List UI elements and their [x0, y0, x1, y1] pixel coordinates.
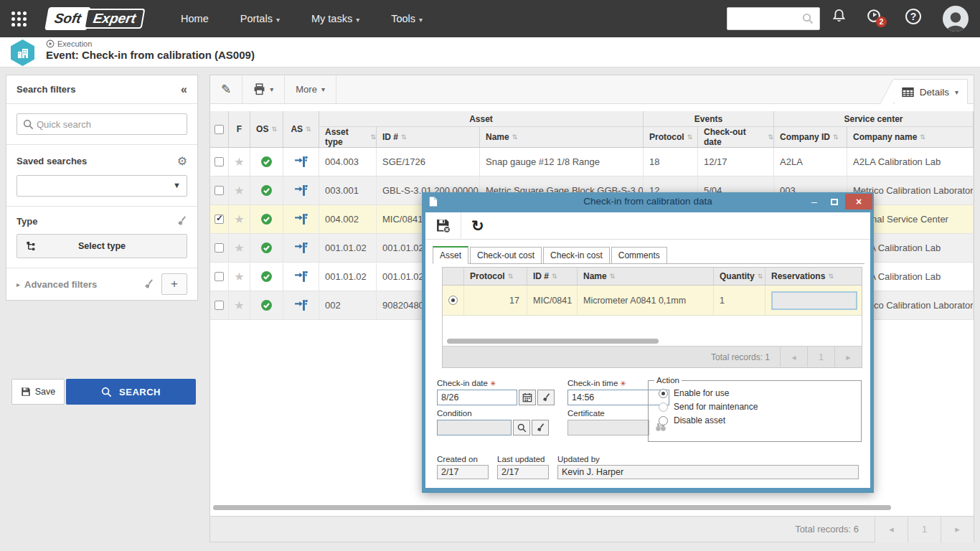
checkin-date-input[interactable]	[437, 390, 517, 405]
add-filter-button[interactable]: +	[161, 273, 187, 295]
row-checkbox[interactable]	[215, 157, 224, 166]
lookup-button[interactable]	[513, 420, 530, 435]
cell-company-id: A2LA	[774, 148, 847, 176]
tab-checkout-cost[interactable]: Check-out cost	[470, 247, 542, 264]
condition-input[interactable]	[437, 420, 512, 435]
row-checkbox-checked[interactable]	[215, 215, 224, 224]
maximize-button[interactable]	[825, 194, 844, 209]
column-header-checkout-date[interactable]: Check-out date⇅	[698, 127, 774, 147]
column-header-id[interactable]: ID #⇅	[527, 268, 578, 285]
current-page-button[interactable]: 1	[908, 517, 941, 542]
more-button[interactable]: More▾	[285, 75, 336, 104]
row-checkbox[interactable]	[215, 272, 224, 281]
nav-tools[interactable]: Tools▾	[381, 6, 433, 32]
column-header-protocol[interactable]: Protocol⇅	[464, 268, 527, 285]
radio-send-for-maintenance[interactable]: Send for maintenance	[659, 402, 861, 412]
sort-icon: ⇅	[508, 273, 514, 280]
minimize-button[interactable]: –	[805, 194, 824, 209]
row-checkbox[interactable]	[215, 186, 224, 195]
dialog-titlebar[interactable]: Check-in from calibration data – ×	[422, 192, 874, 212]
user-avatar[interactable]	[943, 6, 969, 32]
print-button[interactable]: ▾	[242, 75, 285, 104]
clear-condition-button[interactable]	[532, 420, 549, 435]
radio-icon[interactable]	[659, 402, 668, 412]
updated-by-label: Updated by	[557, 455, 600, 463]
close-button[interactable]: ×	[845, 194, 872, 209]
favorite-star-icon[interactable]: ★	[234, 155, 244, 169]
nav-portals[interactable]: Portals▾	[230, 6, 290, 32]
global-search-input[interactable]	[727, 9, 802, 29]
search-icon	[802, 13, 814, 24]
favorite-star-icon[interactable]: ★	[234, 241, 244, 255]
calendar-picker-button[interactable]	[519, 390, 536, 405]
table-grid-icon	[902, 86, 914, 98]
next-page-button[interactable]: ▸	[834, 347, 862, 368]
pending-tasks-clock-icon[interactable]: 2	[867, 9, 881, 23]
edit-button[interactable]: ✎	[210, 75, 242, 104]
favorite-star-icon[interactable]: ★	[234, 270, 244, 283]
save-and-close-button[interactable]	[425, 212, 461, 240]
row-checkbox[interactable]	[215, 301, 224, 310]
favorite-star-icon[interactable]: ★	[234, 184, 244, 197]
softexpert-logo[interactable]: Soft Expert	[47, 7, 143, 30]
column-header-f[interactable]: F	[229, 111, 250, 147]
refresh-button[interactable]: ↻	[461, 212, 494, 240]
saved-searches-select[interactable]: ▼	[17, 175, 187, 197]
grid-horizontal-scrollbar[interactable]	[447, 339, 659, 344]
caret-down-icon: ▾	[955, 88, 958, 96]
cell-quantity: 1	[714, 286, 765, 315]
help-icon[interactable]: ?	[905, 9, 921, 24]
next-page-button[interactable]: ▸	[941, 517, 974, 542]
page-header: Execution Event: Check-in from calibrati…	[0, 37, 980, 67]
sort-icon: ⇅	[306, 126, 311, 133]
column-header-asset-type[interactable]: Asset type⇅	[319, 127, 377, 147]
notifications-bell-icon[interactable]	[832, 9, 846, 22]
select-all-checkbox[interactable]	[215, 125, 224, 134]
horizontal-scrollbar[interactable]	[213, 505, 891, 510]
clear-filter-icon[interactable]	[143, 279, 154, 290]
action-fieldset: Action Enable for use Send for maintenan…	[648, 376, 862, 442]
checkin-event-icon	[294, 242, 308, 254]
tab-asset[interactable]: Asset	[433, 246, 468, 264]
save-search-button[interactable]: Save	[11, 379, 65, 405]
certificate-input[interactable]	[567, 420, 649, 435]
column-header-as[interactable]: AS⇅	[283, 111, 319, 147]
column-header-company-id[interactable]: Company ID⇅	[774, 127, 847, 147]
clear-date-button[interactable]	[537, 390, 555, 405]
prev-page-button[interactable]: ◂	[875, 517, 908, 542]
current-page-button[interactable]: 1	[807, 347, 834, 368]
column-header-quantity[interactable]: Quantity⇅	[714, 268, 765, 285]
tab-comments[interactable]: Comments	[611, 247, 667, 264]
app-grid-icon[interactable]	[11, 11, 27, 27]
prev-page-button[interactable]: ◂	[780, 347, 807, 368]
row-checkbox[interactable]	[215, 243, 224, 253]
radio-enable-for-use[interactable]: Enable for use	[659, 388, 861, 398]
column-header-id[interactable]: ID #⇅	[377, 127, 480, 147]
quick-search-input[interactable]	[34, 119, 187, 130]
favorite-star-icon[interactable]: ★	[234, 298, 244, 312]
column-header-name[interactable]: Name⇅	[578, 268, 714, 285]
collapse-panel-icon[interactable]: «	[181, 83, 187, 96]
radio-icon[interactable]	[659, 389, 668, 398]
reservations-input[interactable]	[771, 291, 857, 310]
select-type-button[interactable]: Select type	[17, 234, 187, 258]
column-header-reservations[interactable]: Reservations⇅	[765, 268, 862, 285]
details-view-tab[interactable]: Details ▾	[894, 79, 968, 104]
clear-filter-icon[interactable]	[176, 216, 187, 227]
table-row[interactable]: ★ 004.003 SGE/1726 Snap gauge #12 1/8 Ra…	[210, 148, 974, 176]
column-header-protocol[interactable]: Protocol⇅	[644, 127, 698, 147]
tab-checkin-cost[interactable]: Check-in cost	[543, 247, 610, 264]
favorite-star-icon[interactable]: ★	[234, 212, 244, 226]
advanced-filters-toggle[interactable]: ▸ Advanced filters +	[6, 268, 197, 300]
column-header-os[interactable]: OS⇅	[250, 111, 283, 147]
nav-home[interactable]: Home	[171, 6, 219, 32]
radio-disable-asset[interactable]: Disable asset	[659, 415, 861, 425]
column-header-company-name[interactable]: Company name⇅	[847, 127, 974, 147]
column-header-name[interactable]: Name⇅	[480, 127, 644, 147]
row-radio-selected[interactable]	[448, 296, 458, 305]
gear-icon[interactable]: ⚙	[177, 154, 187, 168]
radio-icon[interactable]	[659, 416, 668, 425]
asset-grid-row[interactable]: 17 MIC/0841 Micrometer A0841 0,1mm 1	[443, 286, 862, 316]
search-button[interactable]: SEARCH	[66, 379, 196, 405]
nav-my-tasks[interactable]: My tasks▾	[301, 6, 369, 32]
